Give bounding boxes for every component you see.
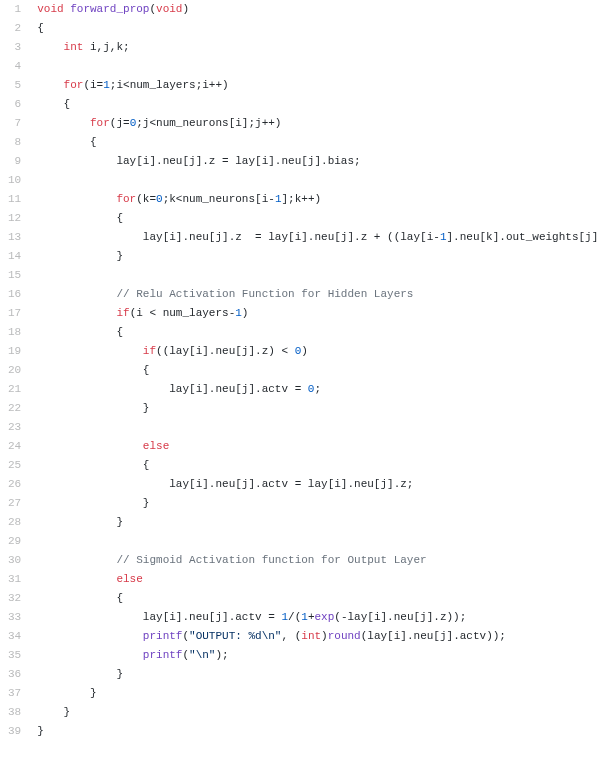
code-line — [37, 171, 600, 190]
line-number: 4 — [8, 57, 21, 76]
line-number: 5 — [8, 76, 21, 95]
code-line: lay[i].neu[j].actv = lay[i].neu[j].z; — [37, 475, 600, 494]
code-line — [37, 57, 600, 76]
line-number: 24 — [8, 437, 21, 456]
line-number: 35 — [8, 646, 21, 665]
line-number: 17 — [8, 304, 21, 323]
line-number: 26 — [8, 475, 21, 494]
code-line: printf("\n"); — [37, 646, 600, 665]
code-line: { — [37, 361, 600, 380]
line-number: 11 — [8, 190, 21, 209]
code-line: } — [37, 665, 600, 684]
line-number: 10 — [8, 171, 21, 190]
line-number: 39 — [8, 722, 21, 741]
line-number: 1 — [8, 0, 21, 19]
code-line: for(i=1;i<num_layers;i++) — [37, 76, 600, 95]
line-number: 29 — [8, 532, 21, 551]
code-line: // Sigmoid Activation function for Outpu… — [37, 551, 600, 570]
line-number: 30 — [8, 551, 21, 570]
line-number: 38 — [8, 703, 21, 722]
code-line: for(k=0;k<num_neurons[i-1];k++) — [37, 190, 600, 209]
line-number: 25 — [8, 456, 21, 475]
code-line: } — [37, 722, 600, 741]
code-line — [37, 532, 600, 551]
line-number: 6 — [8, 95, 21, 114]
line-number: 9 — [8, 152, 21, 171]
code-line: lay[i].neu[j].actv = 0; — [37, 380, 600, 399]
code-line: for(j=0;j<num_neurons[i];j++) — [37, 114, 600, 133]
code-line: else — [37, 570, 600, 589]
line-number: 13 — [8, 228, 21, 247]
code-line: } — [37, 684, 600, 703]
code-line: } — [37, 247, 600, 266]
code-line: { — [37, 589, 600, 608]
line-number: 33 — [8, 608, 21, 627]
code-line: int i,j,k; — [37, 38, 600, 57]
line-number: 15 — [8, 266, 21, 285]
line-number: 28 — [8, 513, 21, 532]
line-number: 2 — [8, 19, 21, 38]
line-number: 3 — [8, 38, 21, 57]
code-line: } — [37, 703, 600, 722]
code-line: { — [37, 133, 600, 152]
code-line: lay[i].neu[j].actv = 1/(1+exp(-lay[i].ne… — [37, 608, 600, 627]
code-line: { — [37, 323, 600, 342]
line-number: 27 — [8, 494, 21, 513]
line-number: 37 — [8, 684, 21, 703]
line-number: 18 — [8, 323, 21, 342]
code-body[interactable]: void forward_prop(void){ int i,j,k; for(… — [29, 0, 600, 741]
line-number: 14 — [8, 247, 21, 266]
code-line: // Relu Activation Function for Hidden L… — [37, 285, 600, 304]
code-block: 1234567891011121314151617181920212223242… — [0, 0, 600, 741]
code-line: lay[i].neu[j].z = lay[i].neu[j].bias; — [37, 152, 600, 171]
line-number: 8 — [8, 133, 21, 152]
line-number: 20 — [8, 361, 21, 380]
code-line: lay[i].neu[j].z = lay[i].neu[j].z + ((la… — [37, 228, 600, 247]
line-number: 22 — [8, 399, 21, 418]
code-line: if((lay[i].neu[j].z) < 0) — [37, 342, 600, 361]
code-line: printf("OUTPUT: %d\n", (int)round(lay[i]… — [37, 627, 600, 646]
line-number-gutter: 1234567891011121314151617181920212223242… — [0, 0, 29, 741]
line-number: 19 — [8, 342, 21, 361]
line-number: 12 — [8, 209, 21, 228]
code-line: } — [37, 513, 600, 532]
code-line: void forward_prop(void) — [37, 0, 600, 19]
line-number: 36 — [8, 665, 21, 684]
code-line: { — [37, 19, 600, 38]
code-line — [37, 266, 600, 285]
code-line: { — [37, 209, 600, 228]
code-line: { — [37, 456, 600, 475]
line-number: 21 — [8, 380, 21, 399]
code-line: } — [37, 399, 600, 418]
line-number: 34 — [8, 627, 21, 646]
code-line — [37, 418, 600, 437]
line-number: 32 — [8, 589, 21, 608]
code-line: if(i < num_layers-1) — [37, 304, 600, 323]
code-line: { — [37, 95, 600, 114]
code-line: else — [37, 437, 600, 456]
line-number: 16 — [8, 285, 21, 304]
line-number: 31 — [8, 570, 21, 589]
code-line: } — [37, 494, 600, 513]
line-number: 7 — [8, 114, 21, 133]
line-number: 23 — [8, 418, 21, 437]
